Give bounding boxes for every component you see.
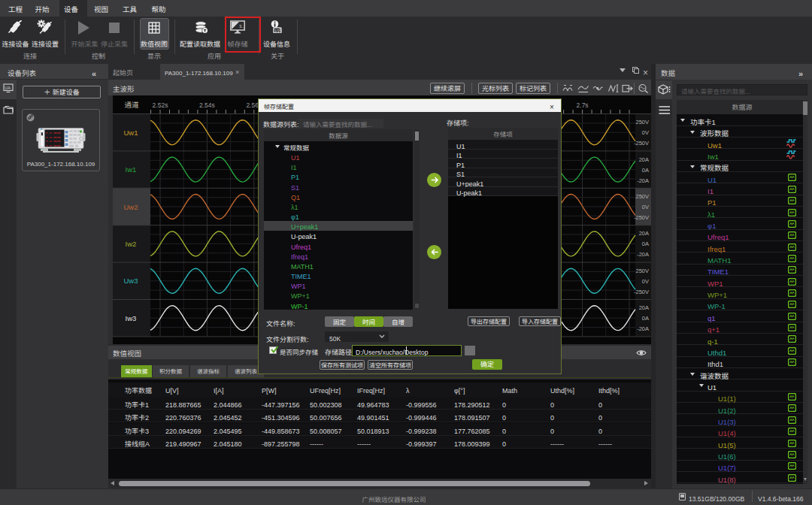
- svg-text:8.8: 8.8: [55, 144, 61, 147]
- svg-text:-20A: -20A: [637, 325, 649, 332]
- svg-text:20A: 20A: [639, 304, 649, 311]
- svg-text:0A: 0A: [642, 240, 649, 247]
- svg-text:0V: 0V: [642, 129, 649, 136]
- svg-text:Iw1: Iw1: [126, 164, 137, 174]
- svg-text:Iw3: Iw3: [126, 313, 137, 323]
- svg-text:-250V: -250V: [634, 214, 649, 221]
- svg-text:-250V: -250V: [634, 140, 649, 147]
- svg-text:1/1: 1/1: [274, 29, 280, 33]
- svg-text:Uw3: Uw3: [123, 275, 138, 286]
- svg-text:Uw1: Uw1: [123, 127, 138, 138]
- svg-text:2.54s: 2.54s: [199, 100, 215, 109]
- svg-text:通道: 通道: [124, 99, 139, 110]
- svg-text:250V: 250V: [635, 268, 649, 274]
- svg-text:Uw2: Uw2: [123, 201, 138, 212]
- svg-text:2.7s: 2.7s: [577, 100, 589, 109]
- svg-text:8.8: 8.8: [55, 136, 61, 139]
- svg-text:0V: 0V: [642, 278, 649, 285]
- svg-text:8.8: 8.8: [55, 140, 61, 143]
- svg-text:250V: 250V: [635, 193, 649, 200]
- svg-text:Iw2: Iw2: [126, 238, 137, 249]
- svg-text:2.52s: 2.52s: [153, 100, 168, 109]
- svg-text:0A: 0A: [642, 315, 649, 322]
- svg-text:-20A: -20A: [637, 177, 649, 184]
- svg-text:3..: 3..: [239, 24, 244, 29]
- svg-text:0A: 0A: [642, 167, 649, 174]
- svg-text:20A: 20A: [639, 230, 649, 237]
- svg-text:0V: 0V: [642, 204, 649, 210]
- svg-text:20A: 20A: [639, 156, 649, 163]
- svg-text:-250V: -250V: [634, 289, 649, 295]
- svg-text:UA: UA: [5, 86, 11, 90]
- svg-text:8.8: 8.8: [55, 132, 61, 135]
- svg-text:250V: 250V: [635, 119, 649, 125]
- svg-text:-20A: -20A: [637, 251, 649, 258]
